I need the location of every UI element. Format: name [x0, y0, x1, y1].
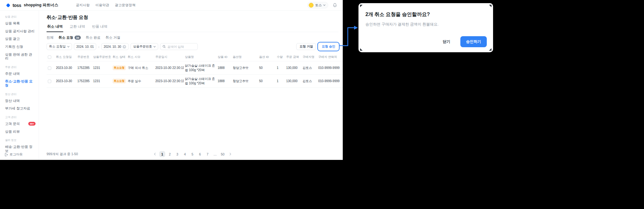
- callout-corner-mark: [360, 5, 363, 7]
- cell-buyer-name: 김토스: [301, 75, 317, 88]
- search-input[interactable]: [167, 45, 194, 48]
- cell-request-date: 2023-10-30: [55, 61, 76, 75]
- col-option-id: 옵션 ID: [258, 53, 275, 61]
- cell-buyer-contact: 010-9999-9999: [317, 61, 343, 75]
- search-type-value: 상품주문번호: [133, 44, 152, 49]
- date-from-input[interactable]: 2024. 10. 01: [74, 43, 97, 50]
- main-content: 취소·교환·반품 요청 취소 내역 교환 내역 반품 내역 전체 취소 요청 3…: [39, 11, 343, 160]
- cell-cancel-status: 취소요청: [111, 75, 126, 88]
- cell-option-id: 50: [258, 61, 275, 75]
- screenshot-canvas: toss shopping 파트너스 공지사항 이용약관 광고운영정책 토스: [0, 0, 644, 209]
- sidebar-item-sales-permission[interactable]: 상품 판매 권한 관리: [0, 51, 39, 62]
- sidebar-item-product-ads[interactable]: 상품 광고: [0, 35, 39, 43]
- page-2[interactable]: 2: [167, 151, 173, 157]
- sidebar-item-product-list[interactable]: 상품 목록: [0, 20, 39, 27]
- col-product-order-no: 상품주문번호: [92, 53, 111, 61]
- sidebar-section-customers: 고객 관리: [5, 116, 39, 119]
- page-7[interactable]: 7: [205, 151, 211, 157]
- page-3[interactable]: 3: [175, 151, 180, 157]
- tab-return-history[interactable]: 반품 내역: [91, 24, 108, 32]
- col-product-name: 상품명: [184, 53, 216, 61]
- bell-icon[interactable]: [333, 3, 337, 8]
- modal-close-button[interactable]: 닫기: [437, 36, 456, 47]
- cell-option-id: 50: [258, 75, 275, 88]
- modal-description: 승인하면 구매자가 결제한 금액이 환불돼요.: [365, 22, 486, 27]
- brand-logo[interactable]: toss shopping 파트너스: [6, 3, 58, 8]
- select-all-checkbox[interactable]: [48, 55, 51, 59]
- page-title: 취소·교환·반품 요청: [47, 14, 343, 20]
- reject-request-button[interactable]: 요청 거절: [296, 43, 316, 50]
- page-50[interactable]: 50: [220, 151, 226, 157]
- status-filter-row: 전체 취소 요청 34 취소 완료 취소 거절: [47, 35, 343, 40]
- sidebar: 상품 관리 상품 목록 상품 공지사항 관리 상품 광고 기획전 신청 상품 판…: [0, 11, 39, 160]
- page-6[interactable]: 6: [197, 151, 203, 157]
- cell-product-name: 닭가슴살 스테이크 혼합 100g *20팩: [184, 61, 216, 75]
- status-badge: 취소요청: [113, 79, 126, 83]
- row-checkbox[interactable]: [48, 66, 51, 70]
- col-cancel-status: 취소 상태: [111, 53, 126, 61]
- chip-all[interactable]: 전체: [47, 35, 53, 40]
- cell-order-no: 1752285: [76, 75, 92, 88]
- clear-date-icon[interactable]: [123, 45, 126, 48]
- chip-cancel-requested[interactable]: 취소 요청 34: [58, 35, 81, 40]
- date-to-value: 2024. 10. 30: [104, 45, 121, 48]
- pagination-ellipsis: …: [212, 151, 218, 157]
- chip-count-badge: 34: [75, 36, 80, 40]
- tab-cancel-history[interactable]: 취소 내역: [47, 24, 63, 32]
- chevron-down-icon: [153, 46, 156, 48]
- sidebar-item-product-notice[interactable]: 상품 공지사항 관리: [0, 27, 39, 35]
- cell-order-datetime: 2023-10-30 22:30:11: [154, 75, 184, 88]
- chip-label: 취소 요청: [58, 35, 73, 40]
- search-icon: [163, 45, 166, 48]
- row-checkbox[interactable]: [48, 80, 51, 83]
- nav-item-terms[interactable]: 이용약관: [95, 3, 109, 8]
- date-type-value: 취소 요청일: [49, 44, 66, 49]
- sidebar-item-order-history[interactable]: 주문 내역: [0, 70, 39, 78]
- brand-suffix: shopping 파트너스: [24, 3, 58, 8]
- page-4[interactable]: 4: [182, 151, 188, 157]
- logout-button[interactable]: 로그아웃: [4, 152, 23, 157]
- page-5[interactable]: 5: [190, 151, 196, 157]
- sidebar-item-settlement-history[interactable]: 정산 내역: [0, 97, 39, 105]
- modal-approve-button[interactable]: 승인하기: [460, 36, 487, 47]
- cell-cancel-reason: 구매 의사 취소: [126, 61, 154, 75]
- date-type-select[interactable]: 취소 요청일: [47, 43, 72, 50]
- sidebar-item-vat-reference[interactable]: 부가세 참고자료: [0, 104, 39, 112]
- status-badge: 취소요청: [113, 65, 126, 70]
- approve-request-button[interactable]: 요청 승인: [319, 43, 338, 50]
- chip-cancel-completed[interactable]: 취소 완료: [86, 35, 101, 40]
- cell-cancel-status: 취소요청: [111, 61, 126, 75]
- chevron-down-icon: [67, 46, 69, 48]
- date-range-separator: -: [98, 45, 99, 48]
- chevron-right-icon[interactable]: [227, 151, 233, 157]
- col-buyer-name: 구매자명: [301, 53, 317, 61]
- search-field[interactable]: [160, 43, 198, 50]
- chip-cancel-rejected[interactable]: 취소 거절: [106, 35, 120, 40]
- table-row: 2023-10-30 1752285 1231 취소요청 구매 의사 취소 20…: [47, 61, 343, 75]
- table-header-row: 취소 요청일 주문번호 상품주문번호 취소 상태 취소 사유 주문일시 상품명 …: [47, 53, 343, 61]
- sidebar-item-cancel-exchange-return[interactable]: 취소·교환·반품 요청: [0, 77, 39, 89]
- sidebar-item-exhibition[interactable]: 기획전 신청: [0, 43, 39, 51]
- nav-item-notices[interactable]: 공지사항: [76, 3, 90, 8]
- user-menu[interactable]: 토스: [307, 2, 328, 8]
- cell-cancel-reason: 주문 실수: [126, 75, 154, 88]
- user-avatar: [309, 3, 314, 8]
- sidebar-item-customer-inquiries[interactable]: 고객 문의 99+: [0, 120, 39, 128]
- row-select-cell: [47, 75, 55, 88]
- cell-buyer-contact: 010-9999-9999: [317, 75, 343, 88]
- nav-item-ad-policy[interactable]: 광고운영정책: [115, 3, 136, 8]
- cell-order-datetime: 2023-10-30 22:30:11: [154, 61, 184, 75]
- chevron-down-icon: [323, 4, 325, 6]
- date-to-input[interactable]: 2024. 10. 30: [101, 43, 129, 50]
- cell-request-date: 2023-10-30: [55, 75, 76, 88]
- sidebar-item-product-reviews[interactable]: 상품 리뷰: [0, 128, 39, 136]
- chevron-left-icon[interactable]: [152, 151, 158, 157]
- modal-title: 2개 취소 요청을 승인할까요?: [365, 11, 486, 18]
- requests-table: 취소 요청일 주문번호 상품주문번호 취소 상태 취소 사유 주문일시 상품명 …: [47, 53, 343, 88]
- search-type-select[interactable]: 상품주문번호: [130, 43, 158, 50]
- tab-exchange-history[interactable]: 교환 내역: [69, 24, 86, 32]
- page-1[interactable]: 1: [159, 151, 165, 157]
- sidebar-section-products: 상품 관리: [5, 15, 39, 19]
- cell-amount: 130,000: [285, 61, 301, 75]
- top-navbar: toss shopping 파트너스 공지사항 이용약관 광고운영정책 토스: [0, 0, 343, 11]
